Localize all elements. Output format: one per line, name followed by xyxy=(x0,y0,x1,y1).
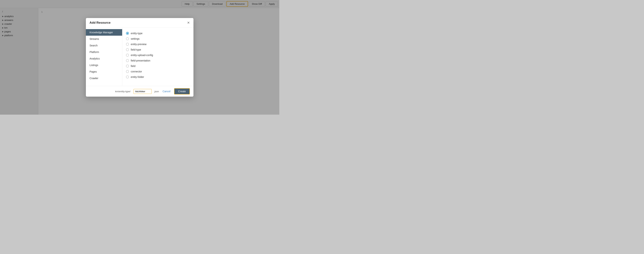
path-suffix: .json xyxy=(154,90,159,93)
left-item-streams[interactable]: Streams xyxy=(86,36,122,42)
radio-label-entity-preview: entity-preview xyxy=(131,43,146,46)
path-input[interactable] xyxy=(134,89,152,94)
radio-label-connector: connector xyxy=(131,70,142,73)
path-prefix: km/entity-type/ xyxy=(115,90,130,93)
radio-connector[interactable]: connector xyxy=(126,69,190,74)
radio-circle-field-type xyxy=(126,48,129,51)
radio-field-presentation[interactable]: field-presentation xyxy=(126,58,190,63)
radio-entity-preview[interactable]: entity-preview xyxy=(126,41,190,47)
radio-entity-folder[interactable]: entity-folder xyxy=(126,74,190,80)
cancel-button[interactable]: Cancel xyxy=(161,89,172,94)
modal-footer: km/entity-type/ .json Cancel Create xyxy=(86,86,194,97)
add-resource-modal: Add Resource ✕ Knowledge Manager Streams… xyxy=(86,18,194,97)
left-item-search[interactable]: Search xyxy=(86,42,122,49)
radio-label-field-presentation: field-presentation xyxy=(131,59,150,62)
left-item-pages[interactable]: Pages xyxy=(86,68,122,75)
left-item-listings[interactable]: Listings xyxy=(86,62,122,68)
radio-entity-upload-config[interactable]: entity-upload-config xyxy=(126,52,190,58)
radio-label-settings: settings xyxy=(131,37,140,40)
radio-circle-connector xyxy=(126,70,129,73)
left-item-analytics[interactable]: Analytics xyxy=(86,55,122,62)
radio-label-entity-folder: entity-folder xyxy=(131,76,144,78)
left-item-crawler[interactable]: Crawler xyxy=(86,75,122,82)
radio-circle-entity-folder xyxy=(126,76,129,78)
radio-entity-type[interactable]: entity-type xyxy=(126,31,190,36)
radio-field[interactable]: field xyxy=(126,63,190,69)
radio-label-field: field xyxy=(131,65,136,68)
left-item-knowledge-manager[interactable]: Knowledge Manager xyxy=(86,29,122,36)
radio-label-entity-upload-config: entity-upload-config xyxy=(131,54,153,57)
radio-circle-entity-upload-config xyxy=(126,54,129,57)
radio-circle-settings xyxy=(126,37,129,40)
radio-circle-entity-preview xyxy=(126,43,129,46)
modal-left-panel: Knowledge Manager Streams Search Platfor… xyxy=(86,28,122,86)
radio-field-type[interactable]: field-type xyxy=(126,47,190,52)
radio-circle-field-presentation xyxy=(126,59,129,62)
modal-header: Add Resource ✕ xyxy=(86,18,194,28)
radio-circle-field xyxy=(126,65,129,68)
create-button[interactable]: Create xyxy=(174,88,190,94)
modal-title: Add Resource xyxy=(90,21,110,24)
modal-right-panel: entity-type settings entity-preview fiel… xyxy=(122,28,194,86)
modal-close-button[interactable]: ✕ xyxy=(187,21,190,24)
modal-body: Knowledge Manager Streams Search Platfor… xyxy=(86,28,194,86)
radio-label-field-type: field-type xyxy=(131,48,141,51)
modal-overlay: Add Resource ✕ Knowledge Manager Streams… xyxy=(0,0,279,115)
radio-settings[interactable]: settings xyxy=(126,36,190,41)
radio-circle-entity-type xyxy=(126,32,129,35)
left-item-platform[interactable]: Platform xyxy=(86,49,122,55)
radio-label-entity-type: entity-type xyxy=(131,32,142,35)
